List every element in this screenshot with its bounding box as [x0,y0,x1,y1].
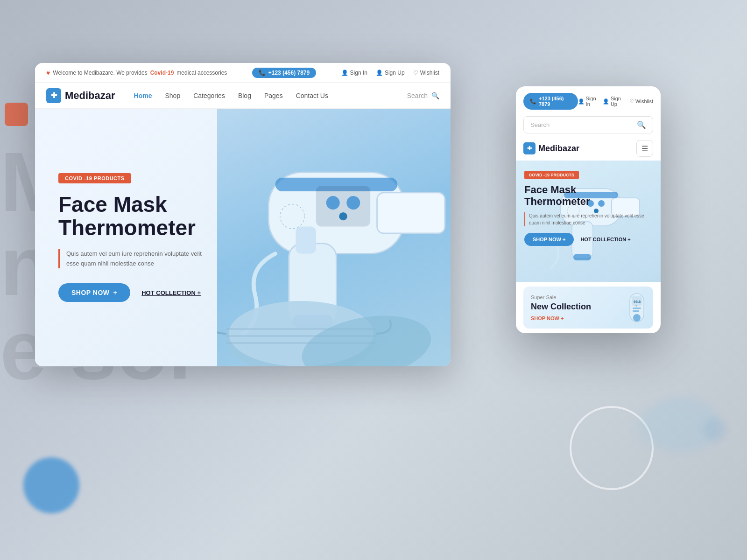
brand-name: Medibazar [65,90,115,102]
svg-text:98.6: 98.6 [634,300,641,304]
mobile-topbar-right: 👤 Sign In 👤 Sign Up ♡ Wishlist [578,96,653,107]
mobile-hero-content: COVID -19 PRODUCTS Face Mask Thermometer… [516,161,661,255]
sale-product-image: 98.6 °F [606,289,648,326]
mobile-search-icon: 🔍 [637,120,646,129]
heart-nav-icon: ♡ [413,70,418,76]
mobile-user-icon: 👤 [578,98,585,105]
svg-point-2 [703,418,726,441]
mobile-title-line2: Thermometer [524,196,590,207]
mobile-browser-window: 📞 +123 (456) 7879 👤 Sign In 👤 Sign Up ♡ … [516,86,661,333]
topbar: ♥ Welcome to Medibazare. We provides Cov… [35,63,451,83]
mobile-logo-icon: ✚ [523,142,536,154]
nav-shop[interactable]: Shop [165,92,181,99]
mobile-shop-now-label: SHOP NOW + [533,237,565,242]
shop-now-label: SHOP NOW [71,289,110,296]
mobile-phone-icon: 📞 [530,98,536,105]
hero-actions: SHOP NOW + HOT COLLECTION + [58,283,208,302]
phone-number: +123 (456) 7879 [268,70,310,76]
hot-collection-label: HOT COLLECTION + [141,289,201,296]
mobile-heart-icon: ♡ [629,98,634,105]
mobile-user-add-icon: 👤 [603,98,609,105]
mobile-phone-button[interactable]: 📞 +123 (456) 7879 [523,93,578,110]
super-sale-shop-now-label: SHOP NOW + [531,315,564,321]
wishlist-link[interactable]: ♡ Wishlist [413,70,439,76]
hero-title-line2: Thermometer [58,216,196,240]
shop-now-button[interactable]: SHOP NOW + [58,283,130,302]
nav-pages[interactable]: Pages [264,92,283,99]
mobile-hot-collection-button[interactable]: HOT COLLECTION + [580,237,630,242]
mobile-shop-now-button[interactable]: SHOP NOW + [524,233,574,246]
welcome-text: Welcome to Medibazare. We provides [53,70,147,76]
mobile-logo: ✚ Medibazar [523,142,579,154]
navbar: ✚ Medibazar Home Shop Categories Blog Pa… [35,83,451,109]
svg-rect-32 [633,308,641,309]
svg-rect-12 [296,226,316,253]
super-sale-shop-now[interactable]: SHOP NOW + [531,315,591,321]
topbar-right: 👤 Sign In 👤 Sign Up ♡ Wishlist [341,70,439,76]
hero-section: COVID -19 PRODUCTS Face Mask Thermometer… [35,109,451,366]
hero-image-area [217,109,451,366]
logo: ✚ Medibazar [46,88,115,103]
mobile-brand-name: Medibazar [538,144,579,154]
hamburger-icon: ☰ [641,144,648,153]
nav-links: Home Shop Categories Blog Pages Contact … [134,92,407,99]
hero-description: Quis autem vel eum iure reprehenin volup… [58,249,208,269]
bg-shape-red [5,103,28,126]
mobile-hero-title: Face Mask Thermometer [524,184,652,208]
hot-collection-button[interactable]: HOT COLLECTION + [141,289,201,296]
sign-in-link[interactable]: 👤 Sign In [341,70,367,76]
hero-title: Face Mask Thermometer [58,193,208,240]
phone-icon: 📞 [259,70,266,76]
super-sale-title: New Collection [531,302,591,312]
super-sale-label: Super Sale [531,294,591,300]
mobile-sign-in[interactable]: 👤 Sign In [578,96,597,107]
nav-blog[interactable]: Blog [238,92,251,99]
hamburger-menu-button[interactable]: ☰ [636,140,653,157]
svg-point-9 [326,196,340,210]
mobile-hero-actions: SHOP NOW + HOT COLLECTION + [524,233,652,246]
topbar-left: ♥ Welcome to Medibazare. We provides Cov… [46,69,227,77]
mobile-navbar: ✚ Medibazar ☰ [516,136,661,161]
svg-point-11 [339,212,347,220]
search-box[interactable]: Search 🔍 [407,92,439,99]
search-icon: 🔍 [431,92,439,99]
bg-shape-circle [23,457,79,513]
mobile-hero-description: Quis autem vel eum iure reprehenin volup… [524,212,652,226]
svg-rect-33 [633,310,639,312]
svg-point-31 [633,314,641,322]
covid-link[interactable]: Covid-19 [150,70,174,76]
mobile-search-placeholder: Search [530,121,550,128]
topbar-phone[interactable]: 📞 +123 (456) 7879 [252,68,316,78]
mobile-phone-number: +123 (456) 7879 [539,96,571,107]
mobile-search-box[interactable]: Search 🔍 [523,116,653,133]
logo-icon: ✚ [46,88,61,103]
heart-icon: ♥ [46,69,50,77]
mobile-title-line1: Face Mask [524,184,576,196]
hero-content: COVID -19 PRODUCTS Face Mask Thermometer… [35,154,231,321]
super-sale-text: Super Sale New Collection SHOP NOW + [531,294,591,321]
mobile-hero-badge: COVID -19 PRODUCTS [524,171,579,179]
user-icon: 👤 [341,70,348,76]
face-masks-image [217,273,451,366]
mobile-hero-section: COVID -19 PRODUCTS Face Mask Thermometer… [516,161,661,282]
mobile-topbar: 📞 +123 (456) 7879 👤 Sign In 👤 Sign Up ♡ … [516,86,661,113]
medical-text: medical accessories [176,70,227,76]
mobile-search-bar: Search 🔍 [516,113,661,136]
plus-icon: + [113,289,118,296]
hero-title-line1: Face Mask [58,192,167,217]
svg-rect-4 [377,193,445,233]
nav-categories[interactable]: Categories [193,92,225,99]
super-sale-banner: Super Sale New Collection SHOP NOW + 98.… [523,287,653,329]
search-label: Search [407,92,428,99]
sign-up-link[interactable]: 👤 Sign Up [376,70,405,76]
nav-home[interactable]: Home [134,92,152,99]
svg-point-10 [346,196,360,210]
desktop-browser-window: ♥ Welcome to Medibazare. We provides Cov… [35,63,451,366]
mobile-hot-label: HOT COLLECTION + [580,237,630,242]
hero-badge: COVID -19 PRODUCTS [58,173,131,183]
mobile-wishlist[interactable]: ♡ Wishlist [629,98,653,105]
user-add-icon: 👤 [376,70,383,76]
nav-contact[interactable]: Contact Us [296,92,328,99]
bg-product-blurred [588,369,728,532]
mobile-sign-up[interactable]: 👤 Sign Up [603,96,624,107]
